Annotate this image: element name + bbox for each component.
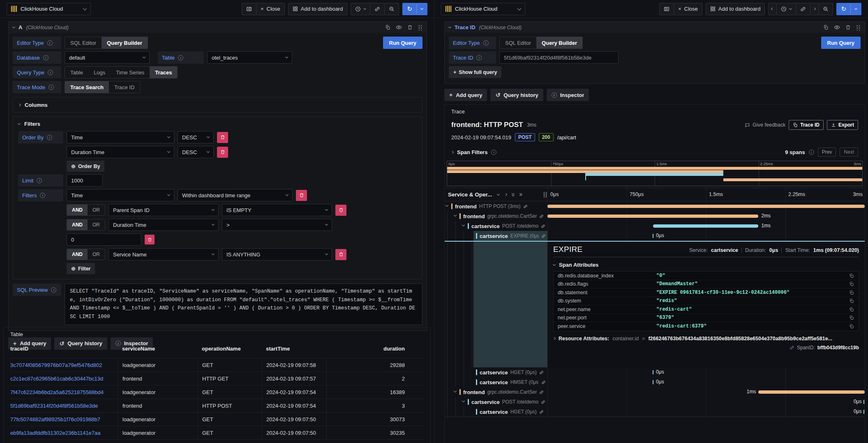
info-icon[interactable]: i — [47, 40, 53, 46]
query-header[interactable]: Trace ID (ClickHouse Cloud) — [445, 22, 865, 33]
span-row[interactable]: cartserviceHMSET (0μs)0μs — [445, 377, 865, 387]
span-duration-bar[interactable] — [547, 205, 865, 208]
column-header-starttime[interactable]: startTime — [262, 346, 326, 352]
filter-field-select[interactable]: Service Name — [108, 248, 219, 261]
sql-editor-option[interactable]: SQL Editor — [500, 37, 536, 48]
and-option[interactable]: AND — [67, 205, 88, 215]
or-option[interactable]: OR — [88, 249, 105, 260]
info-icon[interactable]: i — [476, 55, 482, 60]
collapse-chevron-icon[interactable] — [448, 25, 451, 28]
copy-icon[interactable] — [845, 290, 859, 295]
info-icon[interactable]: i — [491, 150, 496, 155]
copy-icon[interactable] — [845, 273, 859, 278]
query-type-timeseries[interactable]: Time Series — [111, 67, 150, 78]
delete-query-icon[interactable] — [845, 25, 851, 30]
collapse-all-icon[interactable] — [512, 193, 514, 196]
close-split-button[interactable]: ×Close — [256, 3, 285, 15]
datasource-picker[interactable]: ClickHouse Cloud — [7, 3, 91, 15]
hide-response-eye-icon[interactable] — [834, 24, 840, 30]
trace-id-link[interactable]: eb9fa13adfddfb31302e236b1141e7aa — [10, 426, 118, 439]
span-row[interactable]: cartservicePOST /oteldemo0μs — [445, 397, 865, 407]
or-option[interactable]: OR — [88, 205, 105, 215]
trace-id-link[interactable]: 3c7074f085679976b07a79ef5476d802 — [10, 358, 118, 371]
info-icon[interactable]: i — [809, 150, 814, 155]
chevron-right-icon[interactable] — [504, 193, 507, 196]
link-split-button[interactable] — [370, 3, 385, 15]
refresh-interval-button[interactable] — [416, 3, 427, 15]
trace-mode-id[interactable]: Trace ID — [109, 81, 140, 93]
order-by-dir-select[interactable]: DESC — [178, 146, 214, 158]
span-row[interactable]: frontendgrpc.oteldemo.CartSer1ms — [445, 387, 865, 397]
and-or-toggle[interactable]: ANDOR — [67, 219, 105, 231]
span-row[interactable]: cartserviceEXPIRE (0μs)0μs — [445, 231, 865, 241]
query-builder-option[interactable]: Query Builder — [102, 37, 148, 48]
zoom-out-button[interactable] — [384, 3, 399, 15]
query-history-button[interactable]: ↺Query history — [490, 89, 543, 101]
trace-mode-search[interactable]: Trace Search — [65, 81, 109, 93]
service-operation-header[interactable]: Service & Oper... — [448, 192, 492, 198]
trace-minimap[interactable]: 0μs 750μs 1.5ms 2.25ms 3ms — [447, 161, 863, 186]
trace-id-button[interactable]: Trace ID — [789, 120, 824, 130]
copy-icon[interactable] — [845, 315, 859, 320]
filter-value-input[interactable]: 0 — [67, 233, 141, 246]
info-icon[interactable]: i — [483, 40, 489, 46]
span-row[interactable]: cartservicePOST /oteldemo1ms — [445, 221, 865, 231]
next-span-button[interactable]: Next — [840, 148, 858, 157]
add-to-dashboard-button[interactable]: Add to dashboard — [706, 3, 765, 15]
span-gantt-cell[interactable]: 0μs — [547, 377, 865, 387]
remove-filter-button[interactable] — [145, 235, 155, 245]
give-feedback-link[interactable]: Give feedback — [745, 122, 785, 128]
span-gantt-cell[interactable]: 2ms — [547, 211, 865, 221]
span-duration-bar[interactable] — [758, 390, 865, 394]
link-icon[interactable] — [541, 380, 546, 385]
span-row[interactable]: frontendHTTP POST (3ms) — [445, 201, 865, 211]
limit-input[interactable]: 1000 — [67, 174, 103, 187]
column-header-servicename[interactable]: serviceName — [118, 346, 198, 352]
span-gantt-cell[interactable] — [547, 201, 865, 211]
query-builder-option[interactable]: Query Builder — [536, 37, 582, 48]
duplicate-query-icon[interactable] — [823, 25, 829, 30]
copy-icon[interactable] — [845, 298, 859, 303]
remove-order-by-button[interactable] — [217, 132, 228, 143]
filter-op-select[interactable]: IS ANYTHING — [222, 248, 332, 261]
chevron-down-icon[interactable] — [462, 224, 465, 226]
span-gantt-cell[interactable]: 0μs — [547, 407, 865, 417]
order-by-field-select[interactable]: Duration Time — [67, 146, 174, 158]
delete-query-icon[interactable] — [407, 25, 413, 30]
table-select[interactable]: otel_traces — [207, 51, 292, 64]
add-query-button[interactable]: +Add query — [444, 89, 487, 101]
column-header-traceid[interactable]: traceID — [10, 346, 118, 352]
info-icon[interactable]: i — [47, 135, 52, 140]
export-button[interactable]: Export — [827, 120, 858, 130]
chevron-down-icon[interactable] — [454, 390, 457, 392]
run-refresh-button[interactable]: ↻ — [402, 3, 417, 15]
trace-id-link[interactable]: c2c1ec87c62965b61cab6c30447bc13d — [10, 372, 118, 385]
link-icon[interactable] — [539, 370, 544, 375]
close-split-button[interactable]: ×Close — [674, 3, 702, 15]
database-select[interactable]: default — [65, 51, 150, 64]
link-icon[interactable] — [539, 390, 544, 395]
filters-section-header[interactable]: Filters — [18, 121, 417, 127]
expand-all-icon[interactable] — [519, 194, 522, 196]
span-attributes-header[interactable]: Span Attributes — [553, 262, 859, 268]
datasource-picker[interactable]: ClickHouse Cloud — [441, 3, 525, 15]
run-query-button[interactable]: Run Query — [383, 37, 422, 49]
span-name-cell[interactable]: cartservicePOST /oteldemo — [445, 221, 547, 231]
span-row[interactable]: cartserviceHGET (0μs)0μs — [445, 367, 865, 377]
remove-filter-button[interactable] — [335, 249, 346, 260]
time-shift-forward-button[interactable] — [810, 3, 819, 15]
filter-op-select[interactable]: IS EMPTY — [222, 204, 332, 216]
split-pane-button[interactable] — [659, 3, 674, 15]
link-icon[interactable] — [541, 224, 545, 228]
columns-section[interactable]: Columns — [13, 97, 422, 113]
info-icon[interactable]: i — [51, 287, 56, 293]
sql-editor-option[interactable]: SQL Editor — [65, 37, 102, 48]
copy-icon[interactable] — [845, 307, 859, 312]
chevron-down-icon[interactable] — [497, 192, 500, 195]
and-option[interactable]: AND — [67, 249, 88, 260]
add-order-by-button[interactable]: ⊕Order By — [67, 161, 104, 172]
run-refresh-button[interactable]: ↻ — [836, 3, 851, 15]
span-row[interactable]: frontendgrpc.oteldemo.CartSer2ms — [445, 211, 865, 221]
span-duration-bar[interactable] — [547, 215, 758, 218]
info-icon[interactable]: i — [48, 85, 54, 90]
